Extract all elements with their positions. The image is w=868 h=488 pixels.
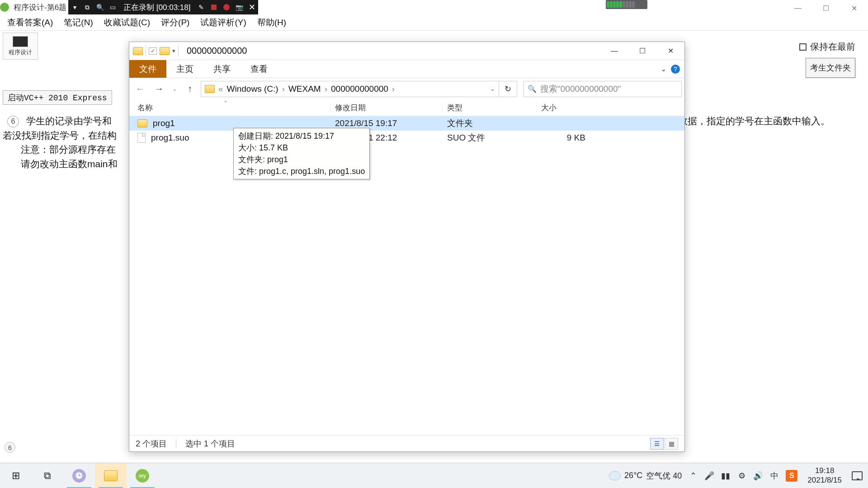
tray-overflow-icon[interactable]: ⌃: [688, 471, 698, 481]
main-maximize-button[interactable]: ☐: [812, 2, 840, 14]
qat-overflow-icon[interactable]: ▾: [172, 47, 175, 54]
explorer-search-input[interactable]: 🔍 搜索"000000000000": [524, 81, 682, 97]
start-button[interactable]: ⊞: [0, 463, 32, 488]
qat-folder-icon[interactable]: [160, 47, 170, 55]
file-list-header: 名称 ⌃ 修改日期 类型 大小: [129, 100, 684, 116]
launch-vc-button[interactable]: 启动VC++ 2010 Express: [3, 90, 112, 105]
volume-icon[interactable]: 🔊: [753, 471, 763, 481]
search-placeholder: 搜索"000000000000": [540, 83, 621, 95]
file-row[interactable]: prog1 2021/8/15 19:17 文件夹: [129, 116, 684, 131]
address-dropdown-icon[interactable]: ⌄: [490, 85, 495, 92]
column-header-name[interactable]: 名称 ⌃: [129, 103, 330, 113]
tooltip-folder: 文件夹: prog1: [238, 154, 365, 165]
nav-history-dropdown[interactable]: ⌄: [170, 81, 179, 97]
menu-help[interactable]: 帮助(H): [252, 14, 292, 31]
recording-toolbar: 程序设计-第6题 ▾ ⧉ 🔍 ▭ 正在录制 [00:03:18] ✎ 📷 ✕: [0, 0, 868, 14]
column-header-date[interactable]: 修改日期: [330, 103, 443, 113]
breadcrumb-part-1[interactable]: WEXAM: [288, 84, 321, 94]
battery-icon[interactable]: ▮▮: [721, 471, 731, 481]
column-header-type[interactable]: 类型: [443, 103, 537, 113]
menu-score[interactable]: 评分(P): [156, 14, 195, 31]
nav-up-button[interactable]: ↑: [182, 81, 198, 97]
question-line1-right: 生数据，指定的学号在主函数中输入。: [669, 116, 830, 126]
question-number-badge: 6: [7, 116, 19, 127]
address-bar[interactable]: « Windows (C:) › WEXAM › 000000000000 › …: [201, 81, 499, 97]
menu-notes[interactable]: 笔记(N): [58, 14, 98, 31]
file-list: 名称 ⌃ 修改日期 类型 大小 prog1 2021/8/15 19:17 文件…: [129, 100, 684, 435]
app-logo-icon: [0, 3, 9, 12]
divider: [176, 439, 176, 448]
explorer-minimize-button[interactable]: —: [600, 42, 628, 60]
file-row[interactable]: prog1.suo 2017/4/21 22:12 SUO 文件 9 KB: [129, 131, 684, 145]
divider: [178, 46, 179, 56]
explorer-window-title: 000000000000: [187, 46, 247, 56]
student-folder-button[interactable]: 考生文件夹: [806, 58, 855, 78]
nav-back-button[interactable]: ←: [132, 81, 148, 97]
explorer-statusbar: 2 个项目 选中 1 个项目 ☰ ▦: [129, 435, 684, 451]
taskbar-app-explorer[interactable]: [95, 463, 127, 488]
file-name: prog1.suo: [151, 133, 189, 143]
audio-level-indicator: [606, 0, 647, 9]
program-design-tile[interactable]: 程序设计: [3, 33, 38, 60]
weather-widget[interactable]: 26°C 空气优 40: [609, 470, 682, 481]
tooltip-created: 创建日期: 2021/8/15 19:17: [238, 130, 365, 142]
breadcrumb-separator-icon: ›: [282, 84, 285, 94]
rec-select-icon[interactable]: ▭: [106, 0, 119, 14]
rec-stop-square-icon[interactable]: [208, 0, 220, 14]
taskview-button[interactable]: ⧉: [32, 463, 63, 488]
notification-center-icon[interactable]: [852, 471, 863, 480]
explorer-titlebar: ✓ ▾ 000000000000 — ☐ ✕: [129, 42, 684, 60]
breadcrumb-part-2[interactable]: 000000000000: [331, 84, 388, 94]
keep-on-top-toggle[interactable]: 保持在最前: [799, 41, 855, 53]
taskbar-clock[interactable]: 19:18 2021/8/15: [804, 466, 845, 485]
ribbon-tab-share[interactable]: 共享: [203, 60, 241, 78]
main-window-controls: — ☐ ✕: [784, 2, 868, 14]
tooltip-size: 大小: 15.7 KB: [238, 142, 365, 154]
file-date: 2021/8/15 19:17: [330, 118, 443, 128]
rec-dropdown-icon[interactable]: ▾: [68, 0, 81, 14]
rec-record-circle-icon[interactable]: [220, 0, 233, 14]
weather-temp: 26°C: [624, 471, 642, 480]
explorer-navbar: ← → ⌄ ↑ « Windows (C:) › WEXAM › 0000000…: [129, 78, 684, 100]
qat-checkbox-icon[interactable]: ✓: [149, 47, 157, 55]
ribbon-collapse-icon[interactable]: ⌄: [660, 65, 666, 73]
column-header-size[interactable]: 大小: [537, 103, 591, 113]
menu-favorite[interactable]: 收藏试题(C): [99, 14, 156, 31]
ribbon-tab-view[interactable]: 查看: [241, 60, 278, 78]
weather-text: 空气优 40: [646, 470, 682, 481]
ime-icon[interactable]: 中: [769, 470, 779, 481]
view-icons-button[interactable]: ▦: [665, 438, 678, 450]
refresh-button[interactable]: ↻: [499, 81, 517, 97]
taskbar-app-clock[interactable]: 🕒: [63, 463, 95, 488]
address-folder-icon: [205, 85, 215, 93]
rec-pencil-icon[interactable]: ✎: [195, 0, 208, 14]
rec-camera-icon[interactable]: 📷: [233, 0, 245, 14]
rec-multiwin-icon[interactable]: ⧉: [81, 0, 94, 14]
taskbar-date: 2021/8/15: [807, 476, 842, 485]
ribbon-tab-file[interactable]: 文件: [129, 60, 166, 78]
taskbar-app-wy[interactable]: wy: [127, 463, 158, 488]
microphone-icon[interactable]: 🎤: [704, 471, 714, 481]
rec-close-icon[interactable]: ✕: [245, 0, 258, 14]
file-type: 文件夹: [443, 117, 537, 129]
breadcrumb-part-0[interactable]: Windows (C:): [227, 84, 278, 94]
main-minimize-button[interactable]: —: [784, 2, 812, 14]
nav-forward-button[interactable]: →: [151, 81, 167, 97]
help-icon[interactable]: ?: [671, 65, 680, 74]
folder-tooltip: 创建日期: 2021/8/15 19:17 大小: 15.7 KB 文件夹: p…: [233, 128, 370, 179]
menu-analysis[interactable]: 试题评析(Y): [195, 14, 251, 31]
main-close-button[interactable]: ✕: [840, 2, 868, 14]
sogou-ime-icon[interactable]: S: [786, 470, 797, 482]
folder-icon: [137, 119, 147, 127]
rec-search-icon[interactable]: 🔍: [94, 0, 106, 14]
side-question-number[interactable]: 6: [5, 442, 15, 453]
explorer-close-button[interactable]: ✕: [656, 42, 684, 60]
explorer-maximize-button[interactable]: ☐: [628, 42, 656, 60]
view-details-button[interactable]: ☰: [650, 438, 664, 450]
search-icon: 🔍: [528, 84, 537, 93]
keep-on-top-checkbox[interactable]: [799, 43, 807, 51]
ribbon-tab-home[interactable]: 主页: [166, 60, 203, 78]
wifi-icon[interactable]: ⚙: [737, 471, 747, 481]
menu-view-answer[interactable]: 查看答案(A): [2, 14, 58, 31]
explorer-ribbon: 文件 主页 共享 查看 ⌄ ?: [129, 60, 684, 78]
